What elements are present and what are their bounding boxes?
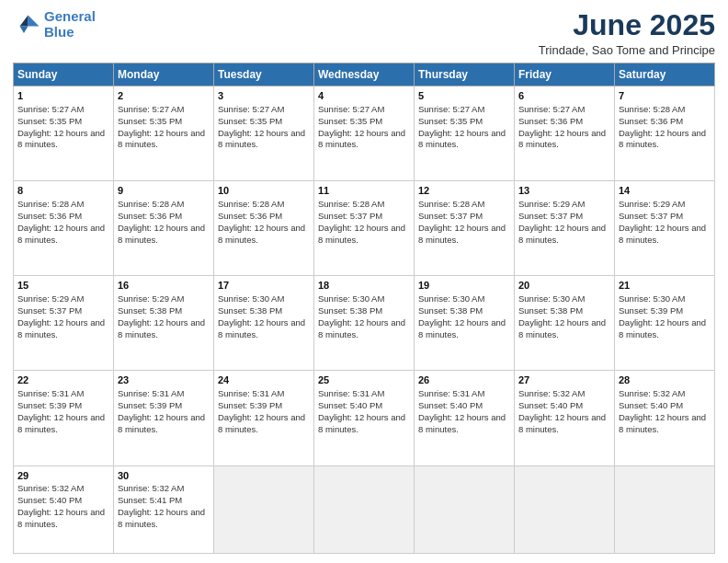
page: General Blue June 2025 Trindade, Sao Tom… bbox=[0, 0, 728, 563]
col-saturday: Saturday bbox=[615, 63, 715, 86]
header: General Blue June 2025 Trindade, Sao Tom… bbox=[13, 9, 715, 57]
col-thursday: Thursday bbox=[415, 63, 515, 86]
calendar-cell: 24Sunrise: 5:31 AMSunset: 5:39 PMDayligh… bbox=[214, 371, 314, 465]
calendar-cell: 29Sunrise: 5:32 AMSunset: 5:40 PMDayligh… bbox=[14, 465, 114, 554]
calendar-cell bbox=[515, 465, 615, 554]
day-number: 2 bbox=[118, 89, 210, 103]
day-number: 30 bbox=[118, 469, 210, 483]
calendar-cell: 19Sunrise: 5:30 AMSunset: 5:38 PMDayligh… bbox=[415, 276, 515, 371]
calendar-cell: 8Sunrise: 5:28 AMSunset: 5:36 PMDaylight… bbox=[14, 181, 114, 276]
day-number: 25 bbox=[318, 373, 410, 387]
day-number: 3 bbox=[218, 89, 310, 103]
day-number: 24 bbox=[218, 373, 310, 387]
calendar-cell bbox=[415, 465, 515, 554]
day-number: 9 bbox=[118, 184, 210, 198]
day-number: 1 bbox=[17, 89, 109, 103]
day-number: 20 bbox=[518, 279, 610, 293]
day-number: 17 bbox=[218, 279, 310, 293]
day-number: 27 bbox=[518, 373, 610, 387]
calendar-cell bbox=[615, 465, 715, 554]
calendar-cell: 16Sunrise: 5:29 AMSunset: 5:38 PMDayligh… bbox=[114, 276, 214, 371]
calendar-cell: 27Sunrise: 5:32 AMSunset: 5:40 PMDayligh… bbox=[515, 371, 615, 465]
logo-text: General Blue bbox=[44, 9, 96, 40]
calendar-cell: 1Sunrise: 5:27 AMSunset: 5:35 PMDaylight… bbox=[14, 86, 114, 181]
calendar-cell: 14Sunrise: 5:29 AMSunset: 5:37 PMDayligh… bbox=[615, 181, 715, 276]
day-number: 23 bbox=[118, 373, 210, 387]
calendar-cell: 17Sunrise: 5:30 AMSunset: 5:38 PMDayligh… bbox=[214, 276, 314, 371]
calendar-cell: 3Sunrise: 5:27 AMSunset: 5:35 PMDaylight… bbox=[214, 86, 314, 181]
col-friday: Friday bbox=[515, 63, 615, 86]
calendar-cell: 20Sunrise: 5:30 AMSunset: 5:38 PMDayligh… bbox=[515, 276, 615, 371]
calendar-cell: 30Sunrise: 5:32 AMSunset: 5:41 PMDayligh… bbox=[114, 465, 214, 554]
day-number: 15 bbox=[17, 279, 109, 293]
logo-icon bbox=[13, 11, 40, 39]
day-number: 28 bbox=[619, 373, 711, 387]
month-title: June 2025 bbox=[539, 9, 715, 41]
calendar-cell: 10Sunrise: 5:28 AMSunset: 5:36 PMDayligh… bbox=[214, 181, 314, 276]
calendar-cell: 6Sunrise: 5:27 AMSunset: 5:36 PMDaylight… bbox=[515, 86, 615, 181]
svg-marker-0 bbox=[28, 15, 40, 26]
day-number: 7 bbox=[619, 89, 711, 103]
calendar-cell: 25Sunrise: 5:31 AMSunset: 5:40 PMDayligh… bbox=[314, 371, 415, 465]
calendar-cell: 22Sunrise: 5:31 AMSunset: 5:39 PMDayligh… bbox=[14, 371, 114, 465]
day-number: 19 bbox=[418, 279, 510, 293]
day-number: 14 bbox=[619, 184, 711, 198]
col-tuesday: Tuesday bbox=[214, 63, 314, 86]
subtitle: Trindade, Sao Tome and Principe bbox=[539, 43, 715, 57]
calendar-cell: 5Sunrise: 5:27 AMSunset: 5:35 PMDaylight… bbox=[415, 86, 515, 181]
day-number: 16 bbox=[118, 279, 210, 293]
logo-general: General bbox=[44, 8, 96, 24]
calendar-cell: 7Sunrise: 5:28 AMSunset: 5:36 PMDaylight… bbox=[615, 86, 715, 181]
calendar-cell bbox=[214, 465, 314, 554]
calendar-cell: 12Sunrise: 5:28 AMSunset: 5:37 PMDayligh… bbox=[415, 181, 515, 276]
col-monday: Monday bbox=[114, 63, 214, 86]
title-block: June 2025 Trindade, Sao Tome and Princip… bbox=[539, 9, 715, 57]
day-number: 8 bbox=[17, 184, 109, 198]
day-number: 12 bbox=[418, 184, 510, 198]
calendar-header-row: Sunday Monday Tuesday Wednesday Thursday… bbox=[14, 63, 715, 86]
calendar-cell: 15Sunrise: 5:29 AMSunset: 5:37 PMDayligh… bbox=[14, 276, 114, 371]
calendar-cell: 21Sunrise: 5:30 AMSunset: 5:39 PMDayligh… bbox=[615, 276, 715, 371]
calendar-cell: 23Sunrise: 5:31 AMSunset: 5:39 PMDayligh… bbox=[114, 371, 214, 465]
day-number: 11 bbox=[318, 184, 410, 198]
col-wednesday: Wednesday bbox=[314, 63, 415, 86]
day-number: 5 bbox=[418, 89, 510, 103]
day-number: 29 bbox=[17, 469, 109, 483]
calendar-cell: 9Sunrise: 5:28 AMSunset: 5:36 PMDaylight… bbox=[114, 181, 214, 276]
calendar-cell: 11Sunrise: 5:28 AMSunset: 5:37 PMDayligh… bbox=[314, 181, 415, 276]
logo-blue: Blue bbox=[44, 24, 74, 40]
day-number: 18 bbox=[318, 279, 410, 293]
day-number: 22 bbox=[17, 373, 109, 387]
svg-marker-1 bbox=[20, 15, 28, 26]
col-sunday: Sunday bbox=[14, 63, 114, 86]
day-number: 10 bbox=[218, 184, 310, 198]
calendar-cell: 4Sunrise: 5:27 AMSunset: 5:35 PMDaylight… bbox=[314, 86, 415, 181]
day-number: 6 bbox=[518, 89, 610, 103]
day-number: 21 bbox=[619, 279, 711, 293]
day-number: 26 bbox=[418, 373, 510, 387]
svg-marker-2 bbox=[20, 26, 28, 33]
calendar-cell: 26Sunrise: 5:31 AMSunset: 5:40 PMDayligh… bbox=[415, 371, 515, 465]
calendar-cell: 13Sunrise: 5:29 AMSunset: 5:37 PMDayligh… bbox=[515, 181, 615, 276]
day-number: 4 bbox=[318, 89, 410, 103]
calendar-cell: 28Sunrise: 5:32 AMSunset: 5:40 PMDayligh… bbox=[615, 371, 715, 465]
calendar-cell: 2Sunrise: 5:27 AMSunset: 5:35 PMDaylight… bbox=[114, 86, 214, 181]
calendar-cell: 18Sunrise: 5:30 AMSunset: 5:38 PMDayligh… bbox=[314, 276, 415, 371]
day-number: 13 bbox=[518, 184, 610, 198]
calendar-cell bbox=[314, 465, 415, 554]
calendar: Sunday Monday Tuesday Wednesday Thursday… bbox=[13, 63, 715, 554]
logo: General Blue bbox=[13, 9, 96, 40]
